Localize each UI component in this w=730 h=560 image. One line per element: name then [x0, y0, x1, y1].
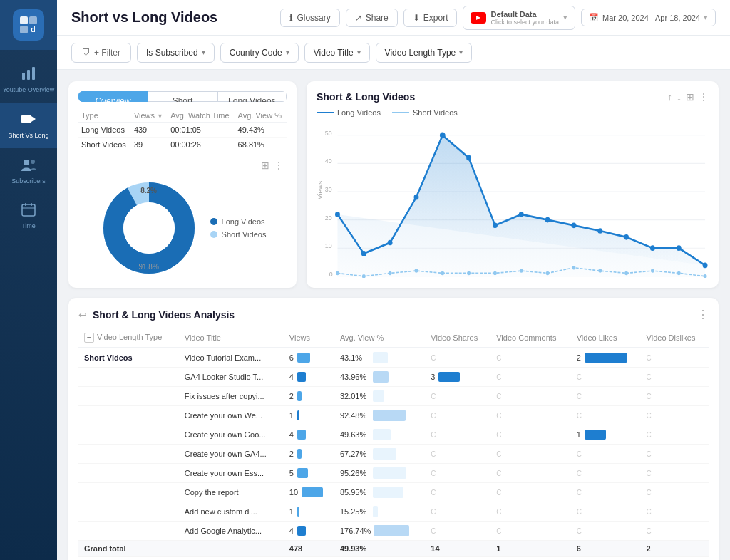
expand-icon[interactable]: ⊞ — [261, 160, 269, 171]
table-row: Create your own Goo...449.63%CC1C — [78, 425, 709, 445]
undo-icon[interactable]: ↩ — [78, 309, 87, 321]
download-chart-icon[interactable]: ↓ — [677, 91, 682, 103]
table-row: Create your own GA4...267.27%CCCC — [78, 445, 709, 464]
svg-marker-8 — [31, 116, 36, 122]
svg-point-32 — [388, 240, 393, 246]
col-video-length-type: −Video Length Type — [78, 328, 179, 348]
tab-long-videos[interactable]: Long Videos — [217, 91, 287, 102]
svg-rect-6 — [32, 67, 35, 80]
legend-dot-long — [210, 218, 217, 225]
svg-text:30: 30 — [325, 186, 332, 194]
grand-total-avg-bar: 49.93% — [340, 544, 419, 553]
subscribers-icon — [21, 157, 36, 175]
donut-area: 8.2% 91.8% Long Videos Short Videos — [78, 178, 287, 278]
download-icon: ⬇ — [413, 13, 420, 23]
sidebar-item-subscribers[interactable]: Subscribers — [0, 148, 57, 194]
sidebar-nav: Youtube Overview Short Vs Long Subscri — [0, 50, 57, 239]
svg-point-44 — [703, 263, 708, 269]
tab-overview[interactable]: Overview — [78, 91, 148, 102]
donut-chart: 8.2% 91.8% — [99, 178, 199, 278]
data-source-selector[interactable]: ▶ Default Data Click to select your data… — [463, 6, 575, 30]
export-button[interactable]: ⬇ Export — [403, 9, 458, 27]
svg-point-45 — [336, 271, 339, 276]
svg-text:20: 20 — [325, 214, 332, 222]
analysis-table: −Video Length Type Video Title Views Avg… — [78, 328, 709, 557]
legend-short-videos: Short Videos — [392, 108, 458, 117]
svg-point-10 — [31, 160, 35, 164]
line-chart: 0 10 20 30 40 50 — [317, 121, 709, 278]
svg-text:d: d — [31, 25, 36, 33]
main-content: Short vs Long Videos ℹ Glossary ↗ Share … — [57, 0, 730, 560]
chart-panel: Short & Long Videos ↑ ↓ ⊞ ⋮ Long Videos — [307, 81, 719, 288]
collapse-icon[interactable]: − — [84, 333, 94, 343]
filter-chip-subscribed[interactable]: Is Subscribed ▾ — [137, 43, 215, 63]
group-label: Short Videos — [84, 353, 133, 362]
chart-actions: ↑ ↓ ⊞ ⋮ — [667, 91, 709, 103]
filter-icon: ⛉ — [82, 48, 91, 58]
table-row: Long Videos 439 00:01:05 49.43% — [78, 123, 287, 138]
svg-point-49 — [441, 271, 444, 276]
grand-total-row: Grand total 478 49.93% 14 1 6 2 — [78, 541, 709, 557]
top-row: Overview Short Videos Long Videos Type V… — [68, 81, 719, 288]
more-icon[interactable]: ⋮ — [274, 160, 284, 171]
svg-text:Views: Views — [317, 180, 323, 199]
col-avg-view-pct: Avg. View % — [334, 328, 425, 348]
filter-chip-title[interactable]: Video Title ▾ — [304, 43, 370, 63]
svg-text:0: 0 — [329, 270, 333, 278]
sidebar-item-time[interactable]: Time — [0, 193, 57, 239]
analysis-actions: ⋮ — [697, 308, 709, 321]
video-icon — [21, 111, 36, 129]
sidebar-item-youtube-overview[interactable]: Youtube Overview — [0, 57, 57, 103]
more-options-icon[interactable]: ⋮ — [697, 308, 709, 321]
chart-title: Short & Long Videos — [317, 91, 415, 103]
svg-point-51 — [493, 271, 497, 276]
svg-point-50 — [467, 271, 471, 276]
table-row: Add Google Analytic...4176.74%CCCC — [78, 522, 709, 541]
table-row: Create your own We...192.48%CCCC — [78, 406, 709, 425]
sidebar-item-label: Youtube Overview — [3, 86, 55, 94]
overview-panel: Overview Short Videos Long Videos Type V… — [68, 81, 297, 288]
svg-point-56 — [624, 271, 628, 276]
svg-rect-1 — [29, 16, 37, 24]
col-type: Type — [78, 109, 131, 123]
time-icon — [21, 202, 36, 219]
sidebar-item-label: Time — [21, 222, 36, 230]
legend-long-videos: Long Videos — [317, 108, 381, 117]
svg-point-57 — [651, 269, 654, 273]
svg-point-42 — [650, 245, 655, 251]
col-video-dislikes: Video Dislikes — [641, 328, 709, 348]
svg-rect-11 — [22, 204, 35, 216]
filter-chip-country[interactable]: Country Code ▾ — [220, 43, 299, 63]
svg-point-35 — [466, 155, 471, 161]
add-filter-button[interactable]: ⛉ + Filter — [71, 43, 131, 63]
upload-icon[interactable]: ↑ — [667, 91, 672, 103]
page-title: Short vs Long Videos — [71, 9, 217, 26]
col-views[interactable]: Views ▼ — [131, 109, 168, 123]
svg-point-41 — [624, 234, 629, 240]
svg-point-47 — [389, 271, 392, 276]
chart-legend: Long Videos Short Videos — [210, 217, 267, 239]
col-video-comments: Video Comments — [490, 328, 571, 348]
table-row: GA4 Looker Studio T...443.96%3CCC — [78, 368, 709, 387]
share-icon: ↗ — [355, 13, 362, 23]
chart-legend-row: Long Videos Short Videos — [317, 108, 709, 117]
svg-point-52 — [520, 269, 523, 273]
table-row: Short VideosVideo Tutorial Exam...643.1%… — [78, 348, 709, 368]
legend-line-long — [317, 112, 334, 113]
date-range-picker[interactable]: 📅 Mar 20, 2024 - Apr 18, 2024 ▾ — [581, 9, 716, 26]
sidebar-item-short-vs-long[interactable]: Short Vs Long — [0, 103, 57, 148]
col-video-shares: Video Shares — [425, 328, 490, 348]
more-options-icon[interactable]: ⋮ — [699, 91, 709, 103]
share-button[interactable]: ↗ Share — [346, 9, 398, 27]
calendar-icon: 📅 — [589, 13, 599, 22]
sidebar-item-label: Subscribers — [11, 177, 46, 185]
table-view-icon[interactable]: ⊞ — [686, 91, 694, 103]
svg-rect-4 — [22, 73, 25, 80]
glossary-button[interactable]: ℹ Glossary — [280, 9, 339, 27]
tab-short-videos[interactable]: Short Videos — [148, 91, 217, 102]
svg-point-9 — [24, 160, 29, 165]
filter-chip-length[interactable]: Video Length Type ▾ — [376, 43, 473, 63]
header: Short vs Long Videos ℹ Glossary ↗ Share … — [57, 0, 730, 36]
table-row: Fix issues after copyi...232.01%CCCC — [78, 387, 709, 406]
svg-rect-5 — [27, 70, 30, 80]
